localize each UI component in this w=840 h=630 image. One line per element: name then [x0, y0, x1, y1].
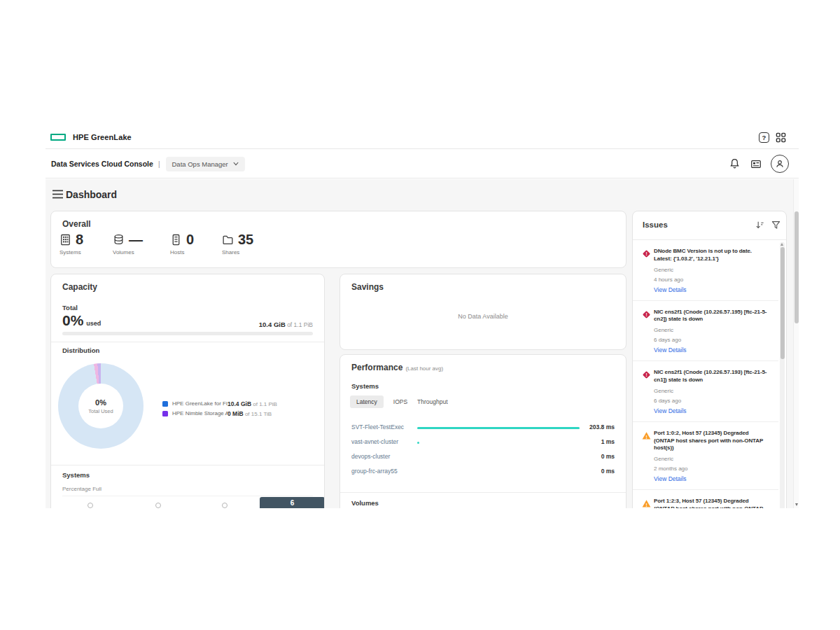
apps-grid-icon[interactable] [776, 132, 786, 143]
critical-icon: ! [642, 370, 651, 382]
stat-systems: 8 Systems [59, 232, 83, 255]
app-selector-dropdown[interactable]: Data Ops Manager [166, 157, 245, 172]
capacity-systems-label: Systems [62, 471, 90, 479]
issue-item: ! NIC ens2f1 (Cnode (10.226.57.193) [ftc… [633, 361, 778, 422]
systems-label: Systems [59, 249, 83, 255]
tab-throughput[interactable]: Throughput [417, 396, 447, 408]
tab-latency[interactable]: Latency [350, 396, 384, 408]
latency-bar [417, 427, 580, 429]
stat-shares: 35 Shares [222, 232, 253, 255]
histogram-zero-marker [155, 503, 161, 508]
donut-center-label: Total Used [88, 408, 113, 414]
svg-text:!: ! [645, 372, 647, 377]
legend-swatch-purple [162, 411, 168, 416]
legend-item: HPE GreenLake for File... 10.4 GiB of 1.… [162, 400, 277, 407]
issues-title: Issues [643, 220, 668, 229]
svg-text:!: ! [645, 503, 647, 507]
distribution-legend: HPE GreenLake for File... 10.4 GiB of 1.… [162, 400, 277, 420]
page-scrollbar[interactable] [793, 179, 799, 508]
warning-icon: ! [642, 498, 651, 508]
hosts-count: 0 [186, 232, 194, 246]
legend-swatch-blue [162, 401, 168, 407]
distribution-donut-chart: 0% Total Used [58, 363, 144, 449]
histogram-bar[interactable]: 6 [260, 497, 325, 508]
stat-volumes: — Volumes [113, 232, 143, 255]
system-link[interactable]: group-frc-array55 [351, 468, 398, 475]
savings-empty-text: No Data Available [340, 313, 626, 320]
issues-card: Issues [632, 211, 787, 508]
performance-row: SVT-Fleet-TestExec 203.8 ms [340, 421, 626, 436]
issues-list: ! DNode BMC Version is not up to date. L… [633, 240, 778, 508]
performance-title: Performance [351, 363, 402, 372]
user-avatar[interactable] [771, 155, 789, 173]
performance-row: group-frc-array55 0 ms [340, 465, 626, 480]
top-header: HPE GreenLake ? [46, 126, 799, 149]
capacity-used-suffix: used [86, 320, 101, 327]
scroll-up-arrow[interactable] [780, 243, 783, 246]
page-scrollbar-thumb[interactable] [794, 211, 799, 323]
volumes-label: Volumes [113, 249, 143, 255]
notifications-bell-icon[interactable] [729, 158, 740, 169]
page-canvas: HPE GreenLake ? Data Services Cloud Cons… [0, 0, 840, 630]
issue-item: ! DNode BMC Version is not up to date. L… [633, 240, 778, 301]
volumes-count: — [129, 232, 143, 246]
chevron-down-icon [233, 162, 239, 166]
hosts-label: Hosts [170, 249, 194, 255]
capacity-percent: 0% [62, 312, 83, 329]
performance-tabs: Latency IOPS Throughput [350, 396, 448, 408]
capacity-title: Capacity [62, 282, 97, 292]
svg-text:!: ! [645, 312, 647, 317]
issues-scrollbar-thumb[interactable] [780, 247, 785, 359]
warning-icon: ! [642, 430, 651, 443]
hamburger-menu-icon[interactable] [52, 190, 63, 199]
overall-title: Overall [62, 219, 91, 229]
svg-text:!: ! [645, 434, 647, 439]
view-details-link[interactable]: View Details [654, 286, 767, 293]
savings-title: Savings [351, 282, 384, 292]
savings-card: Savings No Data Available [340, 274, 626, 350]
shares-label: Shares [222, 249, 253, 255]
performance-row: devops-cluster 0 ms [340, 451, 626, 465]
app-selector-label: Data Ops Manager [172, 160, 228, 168]
issue-item: ! Port 1:2:3, Host 57 (12345) Degraded (… [633, 490, 778, 508]
view-details-link[interactable]: View Details [654, 407, 767, 414]
issues-scrollbar[interactable] [780, 242, 785, 508]
distribution-label: Distribution [62, 346, 99, 354]
brand-name: HPE GreenLake [73, 133, 132, 141]
whats-new-icon[interactable] [750, 159, 762, 169]
view-details-link[interactable]: View Details [654, 346, 767, 354]
system-link[interactable]: vast-avnet-cluster [351, 438, 398, 445]
donut-center-value: 0% [95, 398, 106, 407]
filter-icon[interactable] [771, 220, 780, 230]
performance-row: vast-avnet-cluster 1 ms [340, 436, 626, 451]
app-window: HPE GreenLake ? Data Services Cloud Cons… [46, 126, 799, 508]
help-icon[interactable]: ? [759, 132, 769, 143]
capacity-used-value: 10.4 GiB of 1.1 PiB [259, 321, 313, 328]
legend-item: HPE Nimble Storage Al... 0 MiB of 15.1 T… [162, 410, 277, 417]
histogram-zero-marker [222, 503, 227, 508]
svg-text:!: ! [645, 251, 647, 256]
issue-item: ! Port 1:0:2, Host 57 (12345) Degraded (… [633, 422, 778, 490]
hpe-logo-icon [50, 134, 66, 141]
tab-iops[interactable]: IOPS [393, 396, 407, 408]
sort-icon[interactable] [755, 220, 764, 230]
view-details-link[interactable]: View Details [654, 475, 767, 482]
stat-hosts: 0 Hosts [170, 232, 194, 255]
systems-icon [59, 234, 71, 246]
issue-item: ! NIC ens2f1 (Cnode (10.226.57.195) [ftc… [633, 301, 778, 362]
sub-header: Data Services Cloud Console | Data Ops M… [46, 150, 799, 178]
scroll-down-arrow[interactable] [795, 503, 798, 506]
shares-count: 35 [238, 232, 253, 246]
capacity-card: Capacity Total 0% used 10.4 GiB of 1.1 P… [50, 274, 325, 508]
system-link[interactable]: devops-cluster [351, 453, 390, 460]
system-link[interactable]: SVT-Fleet-TestExec [351, 424, 404, 430]
capacity-progress-bar [62, 332, 313, 335]
latency-bar [417, 442, 419, 444]
performance-card: Performance (Last hour avg) Systems Late… [340, 354, 626, 508]
console-name: Data Services Cloud Console [51, 160, 153, 168]
critical-icon: ! [642, 309, 651, 322]
performance-systems-label: Systems [351, 382, 379, 390]
hosts-icon [170, 234, 182, 246]
systems-count: 8 [76, 232, 83, 246]
critical-icon: ! [642, 248, 651, 261]
